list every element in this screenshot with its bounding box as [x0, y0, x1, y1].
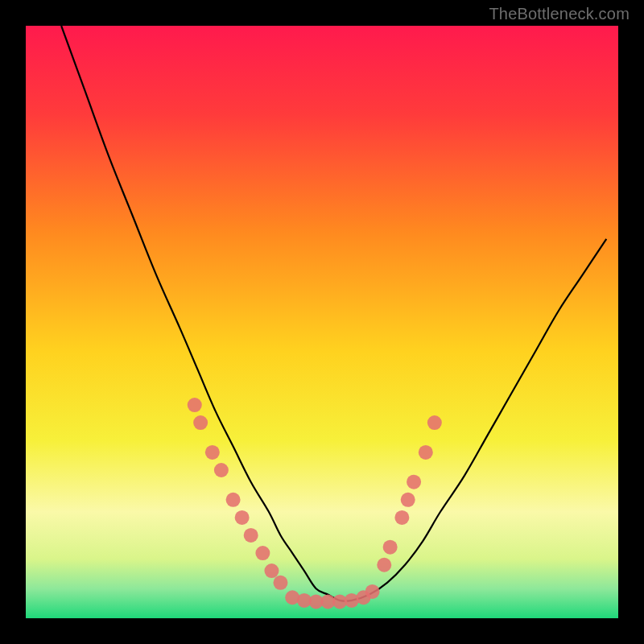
highlight-dot: [188, 398, 202, 412]
highlight-dot: [214, 463, 229, 477]
highlight-dot: [365, 584, 380, 599]
highlight-dot: [244, 528, 258, 543]
highlight-dot: [419, 445, 433, 460]
highlight-dot: [205, 445, 220, 460]
highlight-dot: [226, 493, 241, 507]
highlight-dot: [193, 415, 208, 430]
highlight-dot: [273, 576, 287, 590]
chart-container: TheBottleneck.com: [0, 0, 644, 644]
watermark-text: TheBottleneck.com: [489, 5, 630, 23]
highlight-dot: [394, 510, 409, 525]
highlight-dot: [383, 540, 398, 555]
highlight-dot: [401, 493, 415, 507]
highlight-dot: [407, 475, 421, 489]
highlight-dot: [264, 564, 279, 578]
highlight-dot: [235, 510, 250, 525]
highlight-dot: [377, 558, 391, 572]
plot-area: [26, 26, 618, 618]
gradient-background: [26, 26, 618, 618]
highlight-dot: [255, 546, 270, 560]
highlight-dot: [427, 415, 442, 430]
bottleneck-chart: [26, 26, 618, 618]
